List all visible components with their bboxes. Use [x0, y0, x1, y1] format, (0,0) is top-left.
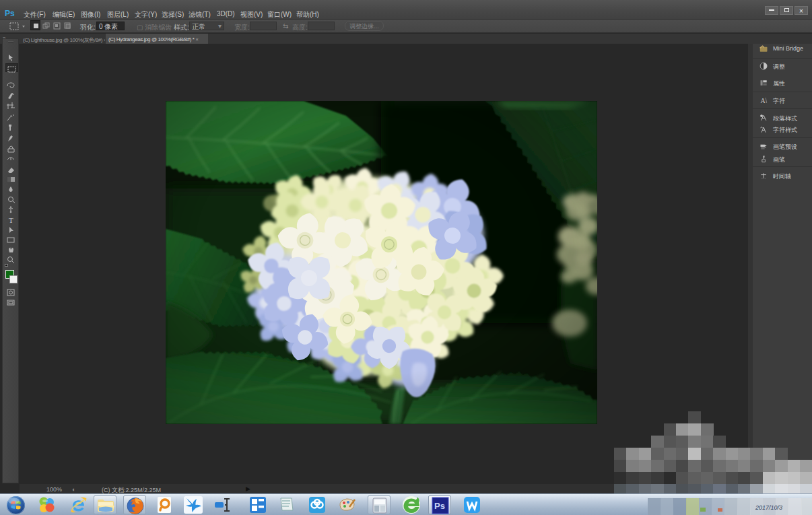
svg-text:T: T	[9, 216, 13, 224]
svg-text:A: A	[761, 97, 766, 104]
svg-text:Ps: Ps	[434, 501, 445, 511]
